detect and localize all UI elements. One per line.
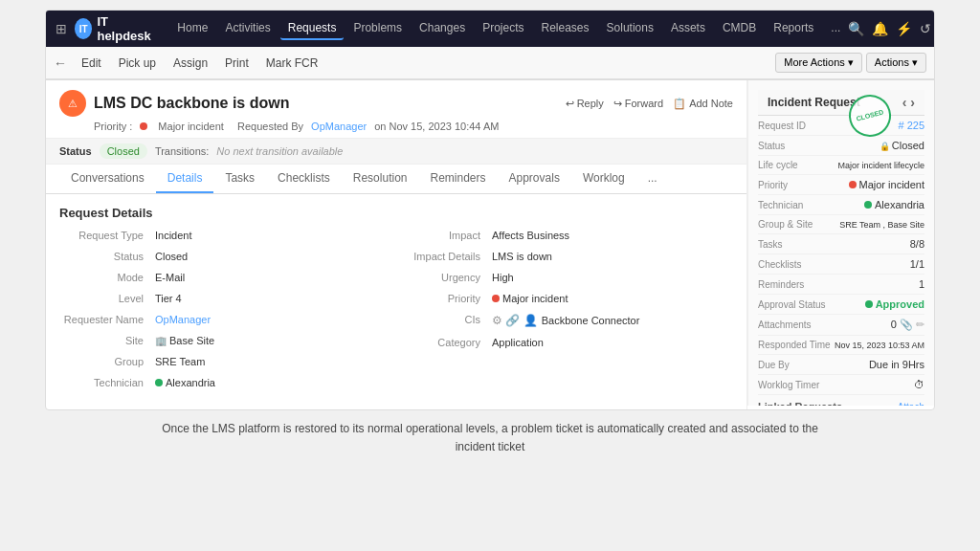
ir-next-button[interactable]: ›	[910, 95, 915, 110]
bell-icon[interactable]: 🔔	[872, 21, 888, 36]
priority-dot-right	[492, 295, 500, 302]
detail-impact-details: Impact Details LMS is down	[396, 251, 733, 262]
rp-tasks: Tasks 8/8	[758, 234, 924, 254]
right-panel: Incident Request ‹ › CLOSED Request ID #…	[747, 80, 934, 406]
nav-links: Home Activities Requests Problems Change…	[169, 17, 848, 40]
nav-requests[interactable]: Requests	[280, 17, 345, 40]
toolbar: ← Edit Pick up Assign Print Mark FCR Mor…	[46, 47, 934, 79]
nav-more[interactable]: ...	[823, 17, 848, 40]
request-details-section: Request Details Request Type Incident St…	[46, 194, 746, 409]
assign-button[interactable]: Assign	[166, 54, 215, 73]
linked-requests-section: Linked Requests Attach Associated Proble…	[758, 401, 924, 406]
logo: IT IT helpdesk	[75, 14, 154, 43]
nav-solutions[interactable]: Solutions	[599, 17, 661, 40]
markfcr-button[interactable]: Mark FCR	[258, 54, 326, 73]
history-icon[interactable]: ↺	[920, 21, 931, 36]
detail-category: Category Application	[396, 337, 733, 348]
details-grid: Request Type Incident Status Closed Mode…	[59, 230, 733, 398]
transitions-label: Transitions:	[155, 145, 209, 157]
nav-activities[interactable]: Activities	[217, 17, 278, 40]
search-icon[interactable]: 🔍	[848, 21, 864, 36]
nav-cmdb[interactable]: CMDB	[715, 17, 764, 40]
rp-due-by: Due By Due in 9Hrs	[758, 355, 924, 375]
incident-meta: Priority : Major incident Requested By O…	[94, 121, 733, 132]
nav-projects[interactable]: Projects	[475, 17, 531, 40]
priority-dot	[140, 122, 147, 130]
status-bar: Status Closed Transitions: No next trans…	[46, 139, 746, 165]
more-actions-button[interactable]: More Actions ▾	[775, 53, 862, 73]
ir-titlebar: Incident Request ‹ › CLOSED	[758, 90, 924, 116]
linked-requests-title: Linked Requests	[758, 401, 842, 406]
tab-tasks[interactable]: Tasks	[213, 165, 266, 193]
rp-technician: Technician Alexandria	[758, 195, 924, 215]
approved-dot	[865, 300, 873, 308]
status-bar-label: Status	[59, 145, 92, 157]
detail-requester-name: Requester Name OpManager	[59, 314, 396, 325]
rp-request-id: Request ID # 225	[758, 116, 924, 136]
pickup-button[interactable]: Pick up	[111, 54, 164, 73]
nav-releases[interactable]: Releases	[534, 17, 597, 40]
back-button[interactable]: ←	[54, 55, 67, 71]
detail-status: Status Closed	[59, 251, 396, 262]
incident-icon: ⚠	[59, 90, 86, 117]
detail-urgency: Urgency High	[396, 272, 733, 283]
rp-group-site: Group & Site SRE Team , Base Site	[758, 215, 924, 234]
rp-reminders: Reminders 1	[758, 275, 924, 295]
site-icon: 🏢	[155, 336, 167, 346]
tab-conversations[interactable]: Conversations	[59, 165, 156, 193]
detail-cis: CIs ⚙ 🔗 👤 Backbone Connector	[396, 314, 733, 327]
requester-link[interactable]: OpManager	[311, 121, 367, 132]
section-title: Request Details	[59, 206, 733, 220]
linked-requests-header: Linked Requests Attach	[758, 401, 924, 406]
nav-reports[interactable]: Reports	[766, 17, 821, 40]
nav-assets[interactable]: Assets	[663, 17, 713, 40]
status-bar-value: Closed	[100, 143, 147, 159]
rp-responded-time: Responded Time Nov 15, 2023 10:53 AM	[758, 336, 924, 355]
tab-reminders[interactable]: Reminders	[418, 165, 497, 193]
detail-technician: Technician Alexandria	[59, 377, 396, 388]
detail-priority: Priority Major incident	[396, 293, 733, 304]
tab-more[interactable]: ...	[636, 165, 669, 193]
rp-attachments: Attachments 0 📎 ✏	[758, 315, 924, 336]
closed-stamp-text: CLOSED	[856, 109, 884, 123]
add-note-button[interactable]: 📋 Add Note	[673, 98, 733, 110]
rp-worklog-timer: Worklog Timer ⏱	[758, 375, 924, 395]
detail-impact: Impact Affects Business	[396, 230, 733, 241]
tab-details[interactable]: Details	[156, 165, 214, 193]
tab-resolution[interactable]: Resolution	[342, 165, 419, 193]
detail-group: Group SRE Team	[59, 356, 396, 367]
priority-label: Priority :	[94, 121, 132, 132]
reply-button[interactable]: ↩ Reply	[566, 98, 604, 110]
ir-nav: ‹ ›	[902, 95, 915, 110]
detail-mode: Mode E-Mail	[59, 272, 396, 283]
attach-button[interactable]: Attach	[898, 402, 924, 407]
nav-problems[interactable]: Problems	[345, 17, 410, 40]
ci-icons: ⚙ 🔗 👤	[492, 314, 538, 327]
detail-site: Site 🏢Base Site	[59, 335, 396, 346]
rp-checklists: Checklists 1/1	[758, 254, 924, 275]
print-button[interactable]: Print	[217, 54, 256, 73]
forward-button[interactable]: ↪ Forward	[613, 98, 663, 110]
nav-home[interactable]: Home	[169, 17, 215, 40]
rp-status: Status 🔒Closed	[758, 136, 924, 156]
tab-worklog[interactable]: Worklog	[571, 165, 636, 193]
requested-by-label: Requested By	[232, 121, 303, 132]
no-transition-text: No next transition available	[216, 145, 343, 157]
incident-header: ⚠ LMS DC backbone is down ↩ Reply ↪ Forw…	[46, 80, 746, 139]
incident-actions: ↩ Reply ↪ Forward 📋 Add Note	[566, 98, 733, 110]
ir-prev-button[interactable]: ‹	[902, 95, 907, 110]
tab-checklists[interactable]: Checklists	[266, 165, 342, 193]
lightning-icon[interactable]: ⚡	[896, 21, 912, 36]
edit-button[interactable]: Edit	[74, 54, 109, 73]
nav-changes[interactable]: Changes	[412, 17, 473, 40]
incident-title: LMS DC backbone is down	[94, 95, 289, 112]
actions-button[interactable]: Actions ▾	[866, 53, 926, 73]
rp-approval-status: Approval Status Approved	[758, 295, 924, 315]
details-right-col: Impact Affects Business Impact Details L…	[396, 230, 733, 398]
caption: Once the LMS platform is restored to its…	[155, 420, 825, 456]
date: on Nov 15, 2023 10:44 AM	[374, 121, 499, 132]
grid-icon[interactable]: ⊞	[56, 21, 67, 36]
top-navigation: ⊞ IT IT helpdesk Home Activities Request…	[46, 11, 934, 47]
tech-status-dot	[155, 379, 163, 386]
tab-approvals[interactable]: Approvals	[498, 165, 571, 193]
